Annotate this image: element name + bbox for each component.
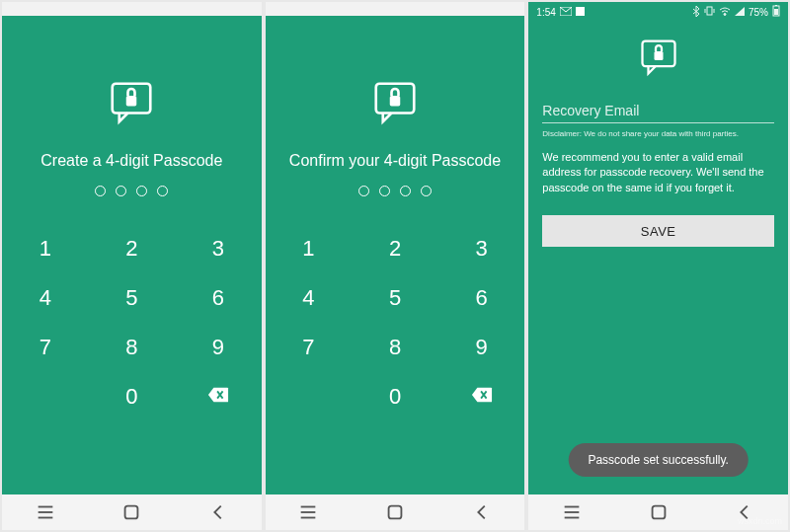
key-8[interactable]: 8	[89, 335, 176, 360]
key-3[interactable]: 3	[175, 236, 262, 262]
nav-bar	[266, 494, 525, 530]
signal-icon	[735, 7, 745, 18]
watermark: wsxdn.com	[738, 516, 782, 526]
keypad: 1 2 3 4 5 6 7 8 9 0	[2, 224, 262, 421]
nav-home[interactable]	[384, 501, 406, 523]
svg-rect-11	[389, 506, 402, 519]
nav-back[interactable]	[207, 501, 229, 523]
battery-icon	[772, 5, 780, 19]
key-4[interactable]: 4	[2, 285, 89, 311]
key-9[interactable]: 9	[175, 335, 262, 360]
key-2[interactable]: 2	[89, 236, 176, 262]
key-5[interactable]: 5	[89, 285, 176, 311]
svg-point-17	[724, 13, 726, 15]
svg-rect-14	[707, 7, 712, 15]
passcode-dots	[95, 186, 168, 196]
svg-rect-5	[125, 506, 138, 519]
svg-rect-21	[774, 9, 778, 15]
nav-recents[interactable]	[297, 501, 319, 523]
svg-marker-18	[735, 7, 745, 16]
disclaimer-text: Disclaimer: We do not share your data wi…	[542, 129, 774, 138]
lock-chat-icon	[635, 34, 682, 81]
dot	[379, 186, 390, 196]
nav-recents[interactable]	[35, 501, 56, 523]
key-9[interactable]: 9	[438, 335, 525, 360]
lock-chat-icon	[367, 75, 423, 130]
app-icon	[576, 7, 585, 18]
key-1[interactable]: 1	[266, 236, 353, 262]
dot	[358, 186, 369, 196]
key-2[interactable]: 2	[352, 236, 438, 262]
key-7[interactable]: 7	[2, 335, 89, 360]
key-4[interactable]: 4	[266, 285, 353, 311]
lock-chat-icon	[104, 75, 159, 130]
help-text: We recommend you to enter a valid email …	[542, 150, 774, 195]
svg-rect-20	[775, 5, 777, 6]
nav-bar	[2, 494, 262, 530]
bluetooth-icon	[692, 6, 700, 19]
key-backspace[interactable]	[175, 384, 262, 410]
key-6[interactable]: 6	[438, 285, 525, 311]
passcode-dots	[358, 186, 432, 196]
key-0[interactable]: 0	[352, 384, 438, 410]
svg-rect-7	[390, 96, 401, 107]
key-0[interactable]: 0	[89, 384, 176, 410]
keypad: 1 2 3 4 5 6 7 8 9 0	[266, 224, 525, 421]
save-button[interactable]: SAVE	[542, 215, 774, 247]
screen-recovery-email: 1:54 75% Disclaimer: We do not share you…	[528, 2, 788, 530]
vibrate-icon	[704, 6, 715, 18]
key-3[interactable]: 3	[438, 236, 525, 262]
dot	[136, 186, 147, 196]
key-8[interactable]: 8	[352, 335, 438, 360]
status-bar: 1:54 75%	[528, 2, 788, 22]
status-bar	[266, 2, 525, 16]
dot	[116, 186, 126, 196]
toast: Passcode set successfully.	[568, 443, 749, 477]
key-7[interactable]: 7	[266, 335, 353, 360]
nav-home[interactable]	[120, 501, 142, 523]
nav-recents[interactable]	[561, 501, 583, 523]
status-bar	[2, 2, 262, 16]
key-backspace[interactable]	[438, 384, 525, 410]
dot	[400, 186, 411, 196]
backspace-icon	[207, 384, 229, 409]
nav-back[interactable]	[471, 501, 493, 523]
status-time: 1:54	[536, 7, 555, 18]
backspace-icon	[471, 384, 493, 409]
screen-create-passcode: Create a 4-digit Passcode 1 2 3 4 5 6 7 …	[2, 2, 262, 530]
svg-rect-13	[576, 7, 585, 16]
dot	[95, 186, 106, 196]
svg-rect-1	[126, 96, 137, 107]
dot	[421, 186, 432, 196]
screen-confirm-passcode: Confirm your 4-digit Passcode 1 2 3 4 5 …	[266, 2, 525, 530]
battery-text: 75%	[749, 7, 768, 18]
recovery-email-input[interactable]	[542, 99, 774, 123]
key-6[interactable]: 6	[175, 285, 262, 311]
dot	[157, 186, 168, 196]
key-5[interactable]: 5	[352, 285, 438, 311]
passcode-title: Confirm your 4-digit Passcode	[289, 152, 501, 170]
nav-home[interactable]	[648, 501, 670, 523]
passcode-title: Create a 4-digit Passcode	[40, 152, 222, 170]
svg-rect-27	[652, 506, 665, 519]
wifi-icon	[719, 7, 731, 18]
key-1[interactable]: 1	[2, 236, 89, 262]
mail-icon	[560, 7, 572, 18]
svg-rect-23	[654, 51, 663, 60]
